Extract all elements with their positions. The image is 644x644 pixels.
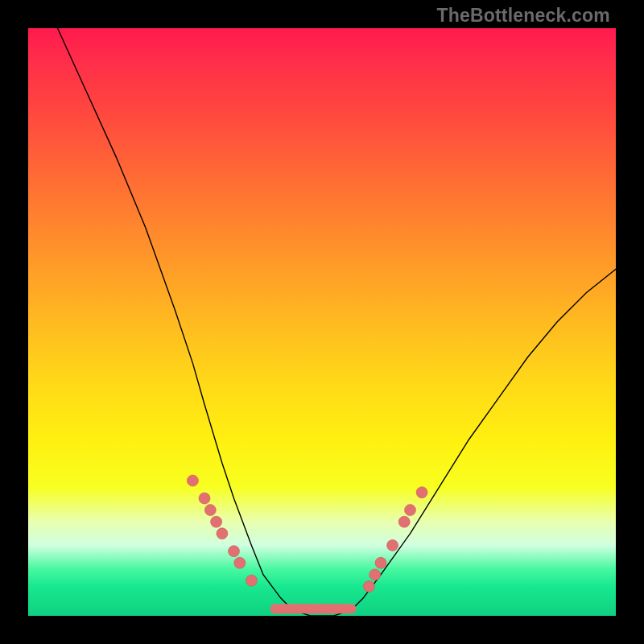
left-markers xyxy=(187,475,257,586)
marker-point xyxy=(187,475,198,486)
right-markers xyxy=(363,487,427,592)
bottleneck-curve xyxy=(58,28,617,616)
curve-layer xyxy=(28,28,616,616)
marker-point xyxy=(387,539,398,551)
marker-point xyxy=(204,505,216,516)
marker-point xyxy=(229,546,240,557)
chart-frame: TheBottleneck.com xyxy=(0,0,644,644)
plot-area xyxy=(28,28,616,616)
marker-point xyxy=(234,557,246,568)
marker-point xyxy=(363,581,374,592)
marker-point xyxy=(369,569,381,580)
marker-point xyxy=(405,505,416,516)
marker-point xyxy=(199,493,210,504)
marker-point xyxy=(211,516,222,527)
marker-point xyxy=(416,487,427,498)
watermark-text: TheBottleneck.com xyxy=(436,5,610,27)
marker-point xyxy=(217,528,228,539)
marker-point xyxy=(375,557,386,568)
marker-point xyxy=(246,575,257,586)
marker-point xyxy=(398,516,410,527)
